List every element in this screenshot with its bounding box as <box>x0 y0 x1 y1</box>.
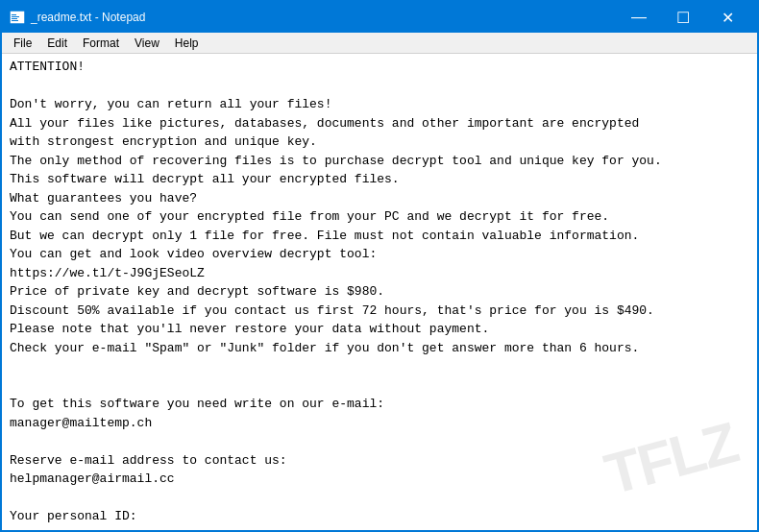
window-icon <box>10 10 25 25</box>
menu-file[interactable]: File <box>6 35 39 52</box>
minimize-button[interactable]: — <box>617 2 661 33</box>
svg-rect-1 <box>12 14 16 15</box>
text-content-area[interactable]: ATTENTION! Don't worry, you can return a… <box>2 54 757 530</box>
title-bar: _readme.txt - Notepad — ☐ ✕ <box>2 2 757 33</box>
menu-view[interactable]: View <box>127 35 167 52</box>
text-content: ATTENTION! Don't worry, you can return a… <box>10 58 749 530</box>
window-controls: — ☐ ✕ <box>617 2 749 33</box>
svg-rect-4 <box>12 20 18 21</box>
menu-format[interactable]: Format <box>75 35 127 52</box>
close-button[interactable]: ✕ <box>705 2 749 33</box>
menu-help[interactable]: Help <box>167 35 207 52</box>
maximize-button[interactable]: ☐ <box>661 2 705 33</box>
notepad-window: _readme.txt - Notepad — ☐ ✕ File Edit Fo… <box>0 0 759 532</box>
window-title: _readme.txt - Notepad <box>31 11 617 24</box>
svg-rect-2 <box>12 16 19 17</box>
menu-edit[interactable]: Edit <box>39 35 75 52</box>
svg-rect-3 <box>12 18 17 19</box>
menu-bar: File Edit Format View Help <box>2 33 757 54</box>
